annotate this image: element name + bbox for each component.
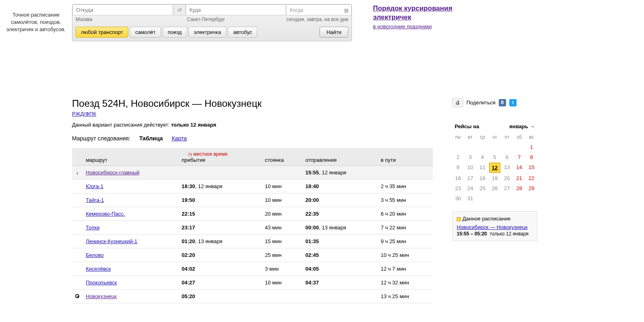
tab-table[interactable]: Таблица <box>139 135 163 142</box>
tab-map[interactable]: Карта <box>172 135 186 142</box>
cal-day <box>464 142 476 152</box>
calendar-icon[interactable]: ▦ <box>344 7 349 13</box>
cal-day[interactable]: 17 <box>464 174 476 183</box>
cal-day[interactable]: 30 <box>452 194 464 203</box>
page-title: Поезд 524Н, Новосибирск — Новокузнецк <box>72 98 433 109</box>
transport-elektrichka[interactable]: электричка <box>189 27 226 38</box>
duration-cell: 12 ч 32 мин <box>377 276 433 290</box>
station-link[interactable]: Ленинск-Кузнецкий-1 <box>86 238 138 244</box>
info-label: Данное расписание <box>462 216 511 222</box>
cal-day <box>477 142 488 152</box>
duration-cell: 10 ч 25 мин <box>377 248 433 262</box>
from-suggestion[interactable]: Москва <box>76 17 187 22</box>
cal-dow: пт <box>501 133 513 142</box>
print-icon[interactable]: 🖨 <box>452 98 463 107</box>
cal-dow: сб <box>513 133 525 142</box>
from-input[interactable] <box>72 4 173 15</box>
cal-day[interactable]: 25 <box>477 184 488 193</box>
th-duration: в пути <box>377 148 433 166</box>
find-button[interactable]: Найти <box>320 27 348 38</box>
cal-day[interactable]: 27 <box>501 184 513 193</box>
cal-day[interactable]: 29 <box>526 184 537 193</box>
to-input[interactable] <box>186 4 286 15</box>
date-input[interactable]: Когда ▦ <box>286 4 352 15</box>
vk-icon[interactable]: B <box>499 99 506 106</box>
info-route-link[interactable]: Новосибирск — Новокузнецк <box>457 224 533 230</box>
cal-day[interactable]: 4 <box>477 153 488 162</box>
cal-day[interactable]: 1 <box>526 142 537 152</box>
station-link[interactable]: Белово <box>86 252 104 258</box>
cal-day[interactable]: 31 <box>464 194 476 203</box>
cal-day <box>501 142 513 152</box>
cal-day[interactable]: 8 <box>526 153 537 162</box>
promo-sublink[interactable]: в новогодние праздники <box>373 23 432 30</box>
cal-next-icon[interactable]: → <box>530 123 535 129</box>
schedule-table: маршрут местное время прибытие стоянка о… <box>72 148 433 303</box>
cal-day[interactable]: 12 <box>489 163 500 173</box>
transport-plane[interactable]: самолёт <box>130 27 161 38</box>
station-link[interactable]: Прокопьевск <box>86 280 117 286</box>
cal-day[interactable]: 20 <box>501 174 513 183</box>
station-link[interactable]: Тайга-1 <box>86 197 104 203</box>
to-suggestion[interactable]: Санкт-Петербург <box>187 17 285 22</box>
cal-day[interactable]: 5 <box>489 153 500 162</box>
station-link[interactable]: Новокузнецк <box>86 293 117 299</box>
cal-day[interactable]: 24 <box>464 184 476 193</box>
th-departure: отправление <box>302 148 377 166</box>
cal-day[interactable]: 7 <box>513 153 525 162</box>
promo-link[interactable]: Порядок курсирования электричек <box>373 4 452 21</box>
cal-day[interactable]: 3 <box>464 153 476 162</box>
stop-cell: 20 мин <box>262 207 302 221</box>
operator-link[interactable]: РЖД/ФПК <box>72 111 96 117</box>
cal-day[interactable]: 9 <box>452 163 464 173</box>
share-row: 🖨 Поделиться B t <box>452 98 537 107</box>
table-row: Белово02:2025 мин02:4510 ч 25 мин <box>72 248 433 262</box>
twitter-icon[interactable]: t <box>509 99 517 106</box>
schedule-info-box: Данное расписание Новосибирск — Новокузн… <box>452 211 537 241</box>
duration-cell <box>377 166 433 180</box>
cal-day[interactable]: 21 <box>513 174 525 183</box>
cal-day[interactable]: 18 <box>477 174 488 183</box>
stop-cell: 25 мин <box>262 248 302 262</box>
cal-day[interactable]: 19 <box>489 174 500 183</box>
duration-cell: 2 ч 35 мин <box>377 180 433 193</box>
cal-day[interactable]: 2 <box>452 153 464 162</box>
cal-day[interactable]: 10 <box>464 163 476 173</box>
cal-day <box>501 194 513 203</box>
stop-cell: 10 мин <box>262 276 302 290</box>
cal-dow: вт <box>464 133 476 142</box>
transport-any[interactable]: любой транспорт <box>76 27 128 38</box>
stop-cell: 10 мин <box>262 180 302 193</box>
station-link[interactable]: Юрга-1 <box>86 183 104 189</box>
station-link[interactable]: Новосибирск-главный <box>86 169 140 176</box>
table-row: Ленинск-Кузнецкий-101:20, 13 января15 ми… <box>72 235 433 248</box>
cal-day[interactable]: 22 <box>526 174 537 183</box>
cal-day[interactable]: 11 <box>477 163 488 173</box>
cal-day <box>452 142 464 152</box>
stop-cell <box>262 166 302 180</box>
station-link[interactable]: Киселёвск <box>86 266 111 272</box>
cal-day[interactable]: 23 <box>452 184 464 193</box>
cal-day[interactable]: 15 <box>526 163 537 173</box>
th-arrival: местное время прибытие <box>178 148 262 166</box>
cal-day[interactable]: 14 <box>513 163 525 173</box>
swap-button[interactable]: ⇄ <box>174 4 186 15</box>
transport-bus[interactable]: автобус <box>228 27 257 38</box>
transport-train[interactable]: поезд <box>163 27 187 38</box>
cal-dow: вс <box>526 133 537 142</box>
cal-day[interactable]: 6 <box>501 153 513 162</box>
cal-day <box>489 142 500 152</box>
date-suggestions[interactable]: сегодня, завтра, на все дни <box>285 17 348 22</box>
cal-day[interactable]: 16 <box>452 174 464 183</box>
cal-day[interactable]: 13 <box>501 163 513 173</box>
duration-cell: 7 ч 22 мин <box>377 221 433 235</box>
cal-day[interactable]: 26 <box>489 184 500 193</box>
duration-cell: 9 ч 25 мин <box>377 235 433 248</box>
station-link[interactable]: Кемерово-Пасс. <box>86 211 125 217</box>
cal-day[interactable]: 28 <box>513 184 525 193</box>
table-row: Новокузнецк05:2013 ч 25 мин <box>72 290 433 303</box>
cal-month: январь <box>509 123 528 129</box>
stop-cell: 15 мин <box>262 235 302 248</box>
station-link[interactable]: Топки <box>86 225 100 231</box>
destination-icon <box>75 294 79 298</box>
